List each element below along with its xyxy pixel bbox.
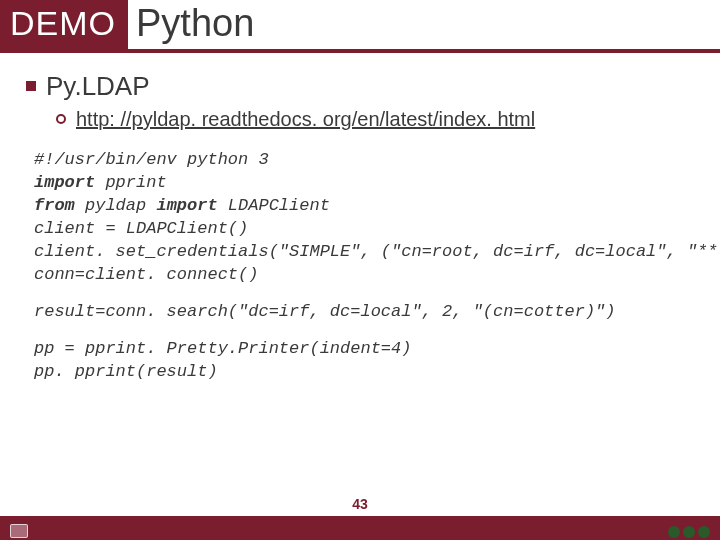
code-line: client = LDAPClient() [34,218,690,241]
code-line: client. set_credentials("SIMPLE", ("cn=r… [34,241,690,264]
square-bullet-icon [26,81,36,91]
code-line: result=conn. search("dc=irf, dc=local", … [34,301,690,324]
footer-logo-left [10,524,28,538]
slide-header: DEMO Python [0,0,720,53]
demo-badge: DEMO [0,0,128,49]
footer-logo-right [668,526,710,538]
footer-bar [0,516,720,540]
building-icon [10,524,28,538]
code-line: import pprint [34,172,690,195]
docs-link[interactable]: http: //pyldap. readthedocs. org/en/late… [76,108,535,131]
code-line: pp. pprint(result) [34,361,690,384]
slide-body: Py.LDAP http: //pyldap. readthedocs. org… [0,71,720,383]
circle-bullet-icon [56,114,66,124]
code-line: pp = pprint. Pretty.Printer(indent=4) [34,338,690,361]
seal-icon [698,526,710,538]
code-line: conn=client. connect() [34,264,690,287]
slide-title: Python [128,0,254,49]
code-line: from pyldap import LDAPClient [34,195,690,218]
bullet-level-1: Py.LDAP [26,71,694,102]
seal-icon [683,526,695,538]
bullet-level-2: http: //pyldap. readthedocs. org/en/late… [56,108,694,131]
page-number: 43 [352,496,368,516]
code-block: #!/usr/bin/env python 3 import pprint fr… [26,147,694,383]
seal-icon [668,526,680,538]
code-line: #!/usr/bin/env python 3 [34,149,690,172]
bullet-1-text: Py.LDAP [46,71,150,102]
